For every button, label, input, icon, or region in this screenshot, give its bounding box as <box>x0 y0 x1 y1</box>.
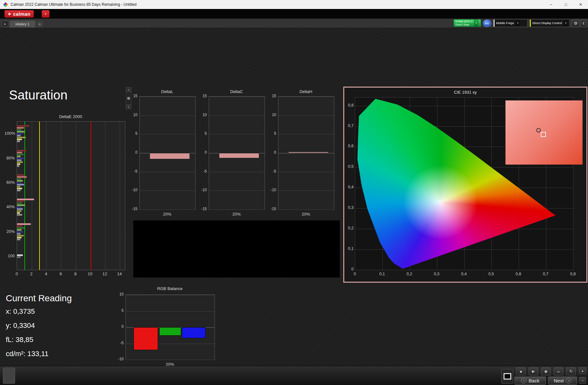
current-patch-card[interactable] <box>3 368 15 384</box>
rgb-bar-blue <box>182 327 206 338</box>
next-label: Next <box>554 378 564 383</box>
deltae-y-group-label: 60% <box>4 180 15 185</box>
next-button[interactable]: Next » <box>548 377 577 385</box>
pattern-window-button[interactable] <box>501 369 513 384</box>
close-button[interactable]: ✕ <box>573 0 588 9</box>
current-patch-color <box>5 370 13 381</box>
deltae-bar <box>17 150 26 151</box>
cie-x-tick-label: 0,2 <box>404 272 415 276</box>
meter-dropdown-icon[interactable]: ▼ <box>474 20 478 27</box>
calman-logo-button[interactable]: ❖ calman <box>4 10 34 18</box>
deltae-bar <box>17 233 21 235</box>
thumb-expand-button[interactable]: » <box>579 377 586 384</box>
stop-button[interactable]: ■ <box>516 367 526 375</box>
rgb-y-tick-label: 10 <box>114 292 124 296</box>
deltae-bar <box>17 129 22 131</box>
mini-y-tick-label: -15 <box>267 207 276 211</box>
bottom-bar: ■ ▶ ◉ ∞ ↻ « Back Next » ▲ » <box>0 366 588 385</box>
thumb-scroll-up-button[interactable]: ▲ <box>579 367 586 374</box>
deltae-x-tick-label: 8 <box>72 271 79 276</box>
deltae-bar <box>17 190 21 191</box>
cie-y-tick-label: 0,8 <box>345 103 354 107</box>
mini-gridline <box>140 210 195 210</box>
deltac-plot <box>209 96 265 210</box>
deltae-chart-title: DeltaE 2000 <box>17 114 125 119</box>
display-dropdown-icon[interactable]: ▼ <box>564 20 568 27</box>
deltae-bar <box>17 223 31 225</box>
link-button[interactable]: ∞ <box>554 367 563 375</box>
capture-icon: ◉ <box>544 369 548 373</box>
current-reading-heading: Current Reading <box>6 293 72 304</box>
meter-connection-button[interactable]: X-Rite i1Pro 3 Direct View ▼ <box>453 19 481 27</box>
mini-y-tick-label: -10 <box>128 188 137 192</box>
cie-y-tick-label: 0,7 <box>345 124 354 128</box>
calman-menu-dropdown[interactable]: ▼ <box>42 10 49 18</box>
mini-gridline <box>140 172 195 172</box>
display-control-button[interactable]: Direct Display Control ▼ <box>530 19 570 27</box>
play-button[interactable]: ▶ <box>529 367 538 375</box>
mini-gridline <box>278 116 334 116</box>
cie-x-tick-label: 0,6 <box>513 272 524 276</box>
cie-y-tick-label: 0,5 <box>345 164 354 169</box>
refresh-button[interactable]: ↻ <box>566 367 576 375</box>
cie-y-tick-label: 0 <box>345 267 354 271</box>
mini-y-tick-label: 5 <box>267 131 276 136</box>
mini-gridline <box>140 191 195 191</box>
minimize-button[interactable]: – <box>544 0 558 9</box>
cie-y-tick-label: 0,6 <box>345 144 354 148</box>
calman-diamond-icon: ❖ <box>8 12 11 16</box>
tab-history-1[interactable]: History 1 <box>10 21 35 28</box>
deltae-bar <box>17 161 23 163</box>
mini-x-label: 20% <box>139 212 195 217</box>
rgb-balance-chart: RGB Balance 1050-5-1020% <box>114 286 220 368</box>
back-button[interactable]: « Back <box>514 377 546 385</box>
source-button[interactable]: Mobile Forge ▼ <box>494 19 527 27</box>
deltae-bar <box>17 152 22 153</box>
mini-gridline <box>278 210 334 210</box>
source-dropdown-icon[interactable]: ▼ <box>515 20 520 27</box>
measurement-count-badge: 643 <box>483 20 491 27</box>
deltae-bar <box>17 127 24 129</box>
current-reading-fl: fL: 38,85 <box>6 336 33 344</box>
rgb-balance-title: RGB Balance <box>126 286 214 291</box>
cie-x-tick-label: 0 <box>349 272 361 276</box>
settings-button[interactable]: ⚙ <box>572 19 580 27</box>
mini-y-tick-label: 0 <box>267 150 276 155</box>
deltae-gridline <box>105 122 105 270</box>
mini-gridline <box>209 116 265 116</box>
collapse-panel-button[interactable]: ❮ <box>581 19 586 27</box>
deltae-bar <box>17 208 23 210</box>
deltae-bar <box>17 239 20 240</box>
deltae-bar <box>17 188 22 189</box>
stop-icon: ■ <box>520 370 522 373</box>
cie-x-tick-label: 0,3 <box>431 272 443 276</box>
deltae-y-group-label: 40% <box>4 204 15 209</box>
add-tab-button[interactable]: + <box>37 21 43 28</box>
rgb-plot <box>126 295 215 360</box>
maximize-button[interactable]: □ <box>558 0 573 9</box>
deltae-x-tick-label: 6 <box>57 271 65 276</box>
deltae-y-group-label: 100% <box>4 131 15 136</box>
mini-y-tick-label: -10 <box>267 188 276 192</box>
cie-x-tick-label: 0,7 <box>540 272 551 276</box>
deltae-bar <box>17 182 22 184</box>
mini-gridline <box>209 191 265 191</box>
app-icon <box>3 2 8 7</box>
rgb-y-tick-label: -10 <box>114 357 124 361</box>
deltal-chart: DeltaL 151050-5-10-1520% <box>128 89 196 218</box>
tab-scroll-button[interactable]: ▶ <box>2 21 8 27</box>
mini-y-tick-label: -5 <box>128 169 137 174</box>
deltae-bar <box>17 199 34 200</box>
current-reading-cdm2: cd/m²: 133,11 <box>6 350 48 358</box>
deltae-x-tick-label: 0 <box>13 271 21 276</box>
deltae-bar <box>17 256 21 258</box>
mini-gridline <box>209 134 265 134</box>
deltae-ref-line <box>24 122 25 270</box>
capture-button[interactable]: ◉ <box>541 367 551 375</box>
mini-gridline <box>278 172 334 172</box>
title-bar: Calman 2022 Calman Ultimate for Business… <box>0 0 588 9</box>
mini-y-tick-label: 5 <box>197 131 207 136</box>
mini-y-tick-label: -5 <box>267 169 276 174</box>
rgb-y-tick-label: 0 <box>114 324 124 329</box>
mini-bar <box>288 152 329 153</box>
